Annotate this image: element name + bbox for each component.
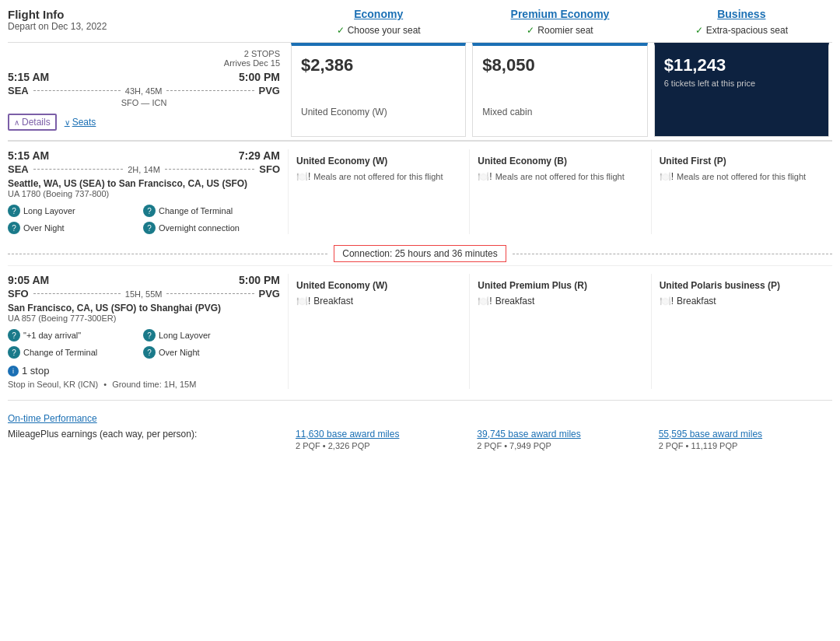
seg2-biz-meal: 🍽️! Breakfast <box>660 296 824 306</box>
business-header: Business ✓Extra-spacious seat <box>651 8 832 36</box>
question-icon-1: ? <box>8 205 20 217</box>
economy-price-card[interactable]: $2,386 United Economy (W) <box>291 43 466 137</box>
question-icon-8: ? <box>143 346 156 359</box>
seats-link[interactable]: ∨ Seats <box>65 114 96 131</box>
dest-airport: PVG <box>259 85 280 96</box>
seg1-line <box>33 169 123 170</box>
check-icon-3: ✓ <box>695 25 703 36</box>
business-price: $11,243 <box>664 55 819 75</box>
badge-overnight-conn: ? Overnight connection <box>143 222 274 234</box>
seg2-line2 <box>166 293 254 294</box>
seg1-route: SEA 2H, 14M SFO <box>8 163 280 175</box>
segment1-left: 5:15 AM 7:29 AM SEA 2H, 14M SFO Seattle,… <box>8 149 288 234</box>
seg1-times: 5:15 AM 7:29 AM <box>8 149 280 162</box>
economy-price: $2,386 <box>301 55 456 75</box>
stop-label: 1 stop <box>22 365 49 377</box>
info-icon-blue: i <box>8 366 19 377</box>
economy-label[interactable]: Economy <box>288 8 469 20</box>
premium-label[interactable]: Premium Economy <box>469 8 650 20</box>
seg1-number: UA 1780 (Boeing 737-800) <box>8 189 280 198</box>
seg2-times: 9:05 AM 5:00 PM <box>8 274 280 286</box>
seg1-business-detail: United First (P) 🍽️! Meals are not offer… <box>651 149 832 234</box>
flight-summary-left: 2 STOPS Arrives Dec 15 5:15 AM 5:00 PM S… <box>8 43 288 137</box>
prem-mileage-link[interactable]: 39,745 base award miles <box>477 429 642 440</box>
seg2-number: UA 857 (Boeing 777-300ER) <box>8 313 280 323</box>
check-icon-2: ✓ <box>527 25 534 36</box>
badge-long-layover: ? Long Layover <box>8 205 138 217</box>
premium-price: $8,050 <box>482 55 637 75</box>
flight-info-header: Flight Info Depart on Dec 13, 2022 <box>8 8 288 36</box>
eco-mileage: 11,630 base award miles 2 PQF • 2,326 PQ… <box>288 429 469 450</box>
route-line-2 <box>166 90 254 91</box>
eco-mileage-sub: 2 PQF • 2,326 PQP <box>296 441 461 450</box>
seg1-economy-detail: United Economy (W) 🍽️! Meals are not off… <box>288 149 469 234</box>
seg2-arrive: 5:00 PM <box>239 274 280 286</box>
meal-icon-3: 🍽️! <box>660 171 674 182</box>
seg1-line2 <box>165 169 254 170</box>
depart-date: Depart on Dec 13, 2022 <box>8 21 288 32</box>
seg1-prem-cabin: United Economy (B) <box>478 156 642 166</box>
seg1-name: Seattle, WA, US (SEA) to San Francisco, … <box>8 178 280 189</box>
seg2-line <box>33 293 121 294</box>
on-time-link[interactable]: On-time Performance <box>8 413 832 424</box>
badge-long-layover-2: ? Long Layover <box>143 329 274 342</box>
business-price-card[interactable]: $11,243 6 tickets left at this price <box>654 43 829 137</box>
question-icon-7: ? <box>8 346 20 359</box>
seg2-eco-cabin: United Economy (W) <box>296 280 461 291</box>
arrives-note: Arrives Dec 15 <box>8 58 280 68</box>
seg2-prem-cabin: United Premium Plus (R) <box>478 280 642 291</box>
premium-cabin-type: Mixed cabin <box>482 107 637 117</box>
economy-header: Economy ✓Choose your seat <box>288 8 469 36</box>
flight-route: SEA 43H, 45M PVG <box>8 85 280 96</box>
seg1-eco-cabin: United Economy (W) <box>296 156 461 166</box>
seg1-eco-meal: 🍽️! Meals are not offered for this fligh… <box>296 171 461 182</box>
seg2-origin: SFO <box>8 288 29 299</box>
eco-mileage-link[interactable]: 11,630 base award miles <box>296 429 461 440</box>
total-duration: 43H, 45M <box>125 86 163 96</box>
biz-mileage: 55,595 base award miles 2 PQF • 11,119 P… <box>651 429 832 450</box>
meal-icon-4: 🍽️! <box>296 296 310 306</box>
seg1-biz-meal: 🍽️! Meals are not offered for this fligh… <box>660 171 824 182</box>
seg2-depart: 9:05 AM <box>8 274 49 286</box>
badge-change-terminal: ? Change of Terminal <box>143 205 274 217</box>
biz-mileage-link[interactable]: 55,595 base award miles <box>659 429 824 440</box>
meal-icon-1: 🍽️! <box>296 171 310 182</box>
seg1-origin: SEA <box>8 163 29 175</box>
question-icon-4: ? <box>143 222 156 234</box>
segment2-section: 9:05 AM 5:00 PM SFO 15H, 55M PVG San Fra… <box>8 265 832 397</box>
premium-price-card[interactable]: $8,050 Mixed cabin <box>472 43 647 137</box>
depart-time: 5:15 AM <box>8 71 49 83</box>
header-row: Flight Info Depart on Dec 13, 2022 Econo… <box>8 8 832 43</box>
flight-info-title: Flight Info <box>8 8 288 21</box>
economy-feature: ✓Choose your seat <box>288 25 469 36</box>
meal-icon-5: 🍽️! <box>478 296 492 306</box>
check-icon: ✓ <box>337 25 345 36</box>
seg2-biz-cabin: United Polaris business (P) <box>660 280 824 291</box>
question-icon-6: ? <box>143 329 156 342</box>
meal-icon-6: 🍽️! <box>660 296 674 306</box>
badge-plus1day: ? "+1 day arrival" <box>8 329 138 342</box>
segment2-left: 9:05 AM 5:00 PM SFO 15H, 55M PVG San Fra… <box>8 274 288 389</box>
connection-box: Connection: 25 hours and 36 minutes <box>334 245 506 262</box>
route-line <box>33 90 121 91</box>
action-links: ∧ Details ∨ Seats <box>8 114 280 131</box>
premium-feature: ✓Roomier seat <box>469 25 650 36</box>
badge-overnight-2: ? Over Night <box>143 346 274 359</box>
seg2-economy-detail: United Economy (W) 🍽️! Breakfast <box>288 274 469 389</box>
prem-mileage-sub: 2 PQF • 7,949 PQP <box>477 441 642 450</box>
business-feature: ✓Extra-spacious seat <box>651 25 832 36</box>
premium-header: Premium Economy ✓Roomier seat <box>469 8 650 36</box>
business-label[interactable]: Business <box>651 8 832 20</box>
connection-row: Connection: 25 hours and 36 minutes <box>8 242 832 265</box>
footer-section: On-time Performance MileagePlus earnings… <box>8 400 832 450</box>
seg1-arrive: 7:29 AM <box>239 149 280 162</box>
economy-cabin-type: United Economy (W) <box>301 107 456 117</box>
seg1-duration: 2H, 14M <box>128 165 160 174</box>
seg1-dest: SFO <box>259 163 280 175</box>
seg2-name: San Francisco, CA, US (SFO) to Shanghai … <box>8 303 280 313</box>
seg2-premium-detail: United Premium Plus (R) 🍽️! Breakfast <box>469 274 650 389</box>
question-icon-2: ? <box>143 205 156 217</box>
details-link[interactable]: ∧ Details <box>8 114 57 131</box>
seg1-prem-meal: 🍽️! Meals are not offered for this fligh… <box>478 171 642 182</box>
seg2-route: SFO 15H, 55M PVG <box>8 288 280 299</box>
